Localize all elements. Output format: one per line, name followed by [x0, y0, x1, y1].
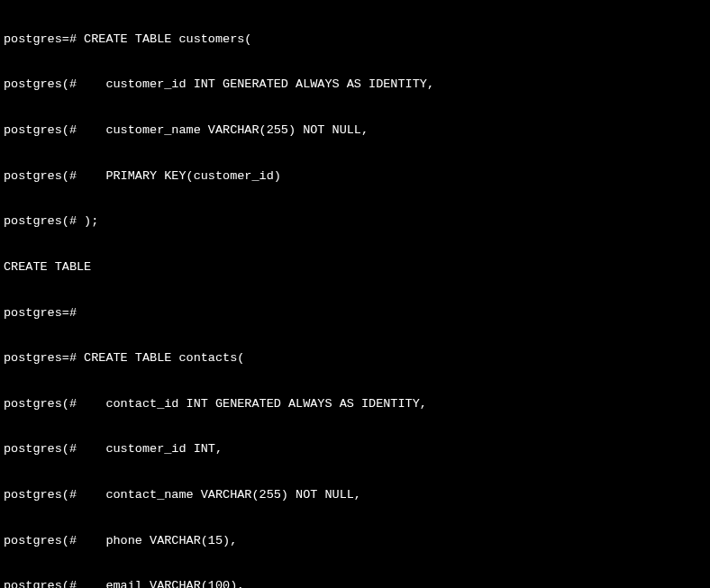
terminal-line: postgres(# email VARCHAR(100),: [4, 579, 706, 588]
terminal-line: postgres(# customer_id INT,: [4, 442, 706, 457]
terminal-line: postgres=# CREATE TABLE customers(: [4, 32, 706, 48]
terminal-line: postgres=# CREATE TABLE contacts(: [4, 351, 706, 366]
terminal-line: postgres(# phone VARCHAR(15),: [4, 534, 706, 549]
terminal-line: postgres(# PRIMARY KEY(customer_id): [4, 169, 706, 185]
terminal-output[interactable]: postgres=# CREATE TABLE customers( postg…: [0, 0, 710, 588]
terminal-line: postgres(# );: [4, 214, 706, 230]
terminal-line: postgres(# contact_id INT GENERATED ALWA…: [4, 397, 706, 412]
terminal-line: CREATE TABLE: [4, 260, 706, 276]
terminal-line: postgres(# customer_name VARCHAR(255) NO…: [4, 123, 706, 139]
terminal-line: postgres=#: [4, 306, 706, 321]
terminal-line: postgres(# contact_name VARCHAR(255) NOT…: [4, 488, 706, 503]
terminal-line: postgres(# customer_id INT GENERATED ALW…: [4, 77, 706, 93]
